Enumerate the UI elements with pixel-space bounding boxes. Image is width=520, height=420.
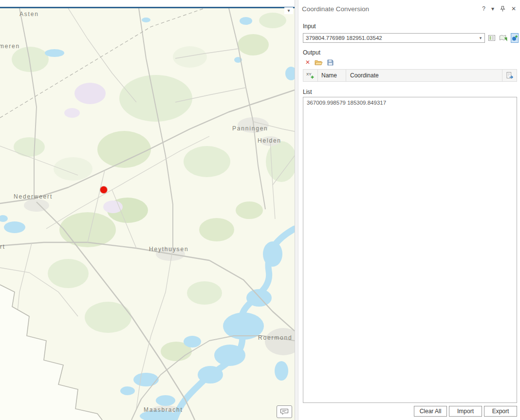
panel-header-icons: ? ▾ ✕	[482, 5, 516, 12]
note-icon	[280, 408, 289, 415]
chevron-down-icon[interactable]: ▾	[491, 5, 494, 12]
coordinate-column-header[interactable]: Coordinate	[346, 70, 502, 81]
map-label: Panningen	[232, 125, 268, 132]
map-view-dropdown-icon[interactable]: ▾	[284, 7, 293, 14]
panel-title: Coordinate Conversion	[302, 5, 369, 13]
map-label: Heythuysen	[149, 246, 188, 253]
xy-icon-text: XY	[306, 72, 312, 76]
combo-dropdown-icon[interactable]: ▾	[478, 35, 483, 41]
import-button[interactable]: Import	[449, 406, 482, 417]
help-icon[interactable]: ?	[482, 5, 485, 12]
map-label: Helden	[258, 137, 281, 144]
coordinate-input-combo[interactable]: ▾	[303, 33, 485, 43]
close-icon[interactable]: ✕	[511, 5, 516, 12]
map-pane: ▾	[0, 0, 295, 420]
table-options-icon[interactable]	[502, 70, 517, 81]
output-toolbar: ✕	[305, 58, 520, 67]
map-label: rt	[0, 243, 5, 250]
pane-splitter[interactable]	[295, 0, 298, 420]
map-label: meren	[0, 43, 20, 50]
map-label: Nederweert	[14, 193, 53, 200]
coordinate-conversion-panel: Coordinate Conversion ? ▾ ✕ Input ▾	[298, 0, 520, 420]
input-format-settings-icon[interactable]	[487, 33, 496, 43]
pin-icon[interactable]	[500, 6, 505, 12]
map-label: Asten	[19, 11, 39, 18]
app-window: ▾	[0, 0, 520, 420]
open-folder-icon[interactable]	[315, 59, 323, 66]
output-table-header: XY Name Coordinate	[303, 69, 517, 82]
save-icon[interactable]	[327, 59, 334, 66]
delete-icon[interactable]: ✕	[305, 59, 310, 66]
clear-all-button[interactable]: Clear All	[414, 406, 447, 417]
name-column-header[interactable]: Name	[318, 70, 346, 81]
add-coordinate-type-icon[interactable]: XY	[303, 70, 318, 81]
map-label: Maasbracht	[144, 406, 183, 413]
map-notes-button[interactable]	[277, 405, 292, 418]
coordinate-input-field[interactable]	[303, 34, 477, 42]
panel-buttons: Clear All Import Export	[298, 406, 517, 417]
input-row: ▾	[303, 33, 517, 43]
panel-header: Coordinate Conversion ? ▾ ✕	[298, 0, 520, 18]
input-label: Input	[303, 22, 520, 30]
list-item[interactable]: 367009.998579 185309.849317	[303, 97, 517, 107]
export-button[interactable]: Export	[484, 406, 517, 417]
map-view[interactable]: Asten meren Panningen Helden Nederweert …	[0, 8, 295, 420]
map-view-header	[0, 0, 295, 7]
map-label: Roermond	[258, 334, 292, 341]
output-label: Output	[303, 49, 520, 56]
flash-location-icon[interactable]	[499, 33, 508, 43]
map-marker	[100, 186, 107, 193]
basemap-graphic	[0, 8, 295, 420]
add-point-tool-icon[interactable]	[511, 33, 519, 43]
list-label: List	[303, 88, 520, 96]
coordinate-list[interactable]: 367009.998579 185309.849317	[303, 97, 517, 403]
